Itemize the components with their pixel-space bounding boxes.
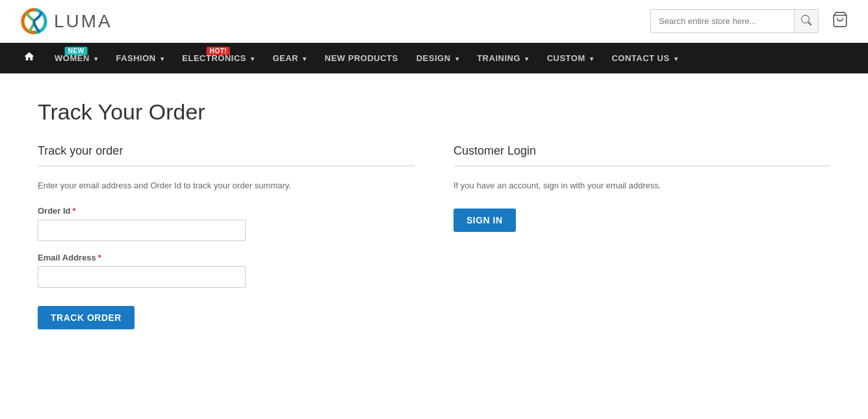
track-order-button[interactable]: Track Order — [38, 306, 134, 329]
nav-item-gear-label: GEAR — [273, 53, 299, 63]
nav-item-electronics[interactable]: Hot! ELECTRONICS ▾ — [173, 44, 263, 72]
nav-item-design[interactable]: DESIGN ▾ — [407, 44, 468, 72]
customer-login-section: Customer Login If you have an account, s… — [453, 144, 830, 329]
chevron-down-icon: ▾ — [590, 55, 594, 62]
cart-icon[interactable] — [832, 11, 849, 32]
nav-badge-hot: Hot! — [207, 47, 230, 55]
nav-item-contact-us-label: CONTACT US — [611, 53, 669, 63]
order-id-group: Order Id* — [38, 206, 415, 241]
track-order-section: Track your order Enter your email addres… — [38, 144, 415, 329]
nav-item-training[interactable]: TRAINING ▾ — [468, 44, 537, 72]
search-area — [650, 9, 849, 33]
luma-logo-icon — [19, 6, 49, 36]
email-input[interactable] — [38, 266, 246, 288]
nav-item-custom[interactable]: CUSTOM ▾ — [538, 44, 603, 72]
email-group: Email Address* — [38, 253, 415, 288]
nav-item-new-products[interactable]: NEW PRODUCTS — [316, 44, 407, 72]
logo-text: LUMA — [54, 11, 112, 32]
nav-item-training-label: TRAINING — [477, 53, 520, 63]
nav-item-women[interactable]: New WOMEN ▾ — [45, 44, 107, 72]
main-content: Track Your Order Track your order Enter … — [18, 73, 850, 355]
nav-item-gear[interactable]: GEAR ▾ — [264, 44, 316, 72]
required-star: * — [98, 253, 101, 262]
logo-area[interactable]: LUMA — [19, 6, 112, 36]
nav-item-new-products-label: NEW PRODUCTS — [325, 53, 398, 63]
order-id-input[interactable] — [38, 220, 246, 241]
nav-item-fashion-label: FASHION — [116, 53, 155, 63]
nav-item-custom-label: CUSTOM — [547, 53, 585, 63]
chevron-down-icon: ▾ — [160, 55, 164, 62]
search-box — [650, 9, 819, 33]
content-grid: Track your order Enter your email addres… — [38, 144, 830, 329]
sign-in-button[interactable]: Sign In — [453, 209, 516, 232]
search-input[interactable] — [651, 11, 794, 31]
chevron-down-icon: ▾ — [94, 55, 98, 62]
chevron-down-icon: ▾ — [303, 55, 307, 62]
nav-badge-new: New — [65, 47, 88, 55]
page-title: Track Your Order — [38, 99, 830, 125]
chevron-down-icon: ▾ — [455, 55, 459, 62]
nav-item-design-label: DESIGN — [416, 53, 451, 63]
email-label: Email Address* — [38, 253, 415, 262]
nav-home-button[interactable] — [13, 43, 45, 73]
chevron-down-icon: ▾ — [525, 55, 529, 62]
required-star: * — [73, 206, 76, 216]
order-id-label: Order Id* — [38, 206, 415, 216]
customer-login-title: Customer Login — [453, 144, 830, 166]
chevron-down-icon: ▾ — [251, 55, 255, 62]
search-button[interactable] — [794, 10, 818, 32]
nav-item-contact-us[interactable]: CONTACT US ▾ — [602, 44, 687, 72]
chevron-down-icon: ▾ — [674, 55, 678, 62]
track-order-description: Enter your email address and Order Id to… — [38, 179, 415, 193]
customer-login-description: If you have an account, sign in with you… — [453, 179, 830, 193]
nav-item-fashion[interactable]: FASHION ▾ — [107, 44, 173, 72]
site-header: LUMA — [0, 0, 868, 43]
track-order-section-title: Track your order — [38, 144, 415, 166]
main-nav: New WOMEN ▾ FASHION ▾ Hot! ELECTRONICS ▾… — [0, 43, 868, 73]
